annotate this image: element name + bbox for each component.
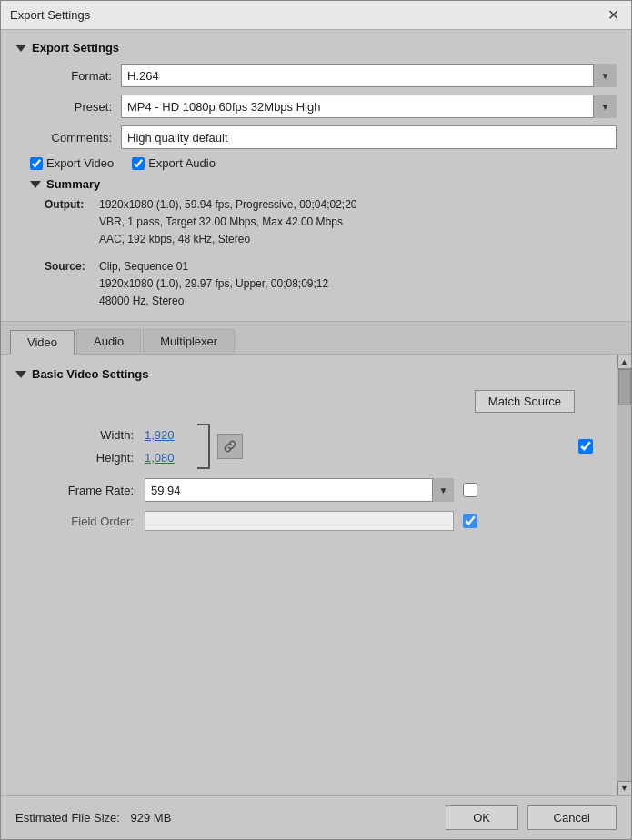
- collapse-triangle-icon[interactable]: [15, 45, 26, 52]
- source-line3: 48000 Hz, Stereo: [99, 293, 328, 310]
- scroll-thumb[interactable]: [618, 369, 631, 405]
- frame-rate-select-wrapper: 59.94 ▼: [145, 478, 454, 502]
- output-line2: VBR, 1 pass, Target 32.00 Mbps, Max 42.0…: [99, 214, 357, 231]
- tabs-bar: Video Audio Multiplexer: [1, 322, 631, 355]
- frame-rate-checkbox[interactable]: [463, 483, 477, 497]
- scrollbar: ▲ ▼: [617, 355, 631, 795]
- export-settings-header: Export Settings: [15, 41, 617, 55]
- file-size-value: 929 MB: [131, 811, 172, 825]
- source-values: Clip, Sequence 01 1920x1080 (1.0), 29.97…: [99, 258, 328, 311]
- preset-row: Preset: MP4 - HD 1080p 60fps 32Mbps High: [30, 95, 617, 118]
- export-audio-label: Export Audio: [148, 156, 216, 170]
- chain-icon: [223, 439, 237, 454]
- output-line1: 1920x1080 (1.0), 59.94 fps, Progressive,…: [99, 196, 357, 214]
- preset-select[interactable]: MP4 - HD 1080p 60fps 32Mbps High: [121, 95, 617, 118]
- width-height-fields: Width: 1,920 Height: 1,080: [34, 428, 190, 465]
- summary-collapse-icon[interactable]: [30, 181, 41, 188]
- ok-button[interactable]: OK: [446, 805, 518, 830]
- frame-rate-select[interactable]: 59.94: [145, 478, 454, 502]
- match-source-row: Match Source: [15, 390, 575, 413]
- summary-header: Summary: [30, 177, 617, 191]
- export-video-checkbox-item[interactable]: Export Video: [30, 156, 114, 170]
- field-order-label: Field Order:: [34, 515, 134, 528]
- title-bar: Export Settings ✕: [1, 1, 631, 30]
- basic-video-collapse-icon[interactable]: [15, 371, 26, 378]
- export-video-label: Export Video: [46, 156, 114, 170]
- comments-label: Comments:: [30, 131, 112, 145]
- tab-content-area: Basic Video Settings Match Source Width:…: [1, 355, 631, 795]
- scroll-up-button[interactable]: ▲: [617, 355, 632, 369]
- format-select-wrapper: H.264: [121, 64, 617, 87]
- bracket-bottom: [197, 446, 210, 469]
- tab-audio[interactable]: Audio: [76, 329, 141, 354]
- match-source-button[interactable]: Match Source: [475, 390, 575, 413]
- format-select[interactable]: H.264: [121, 64, 617, 87]
- preset-label: Preset:: [30, 100, 112, 114]
- close-button[interactable]: ✕: [604, 6, 622, 25]
- tab-multiplexer[interactable]: Multiplexer: [143, 329, 235, 354]
- export-audio-checkbox[interactable]: [132, 157, 145, 170]
- width-label: Width:: [34, 428, 134, 442]
- cancel-button[interactable]: Cancel: [527, 805, 617, 830]
- export-settings-dialog: Export Settings ✕ Export Settings Format…: [0, 0, 632, 840]
- field-order-checkbox[interactable]: [463, 514, 477, 528]
- format-label: Format:: [30, 69, 112, 83]
- preset-select-wrapper: MP4 - HD 1080p 60fps 32Mbps High: [121, 95, 617, 118]
- file-size-info: Estimated File Size: 929 MB: [15, 811, 171, 825]
- tab-body: Basic Video Settings Match Source Width:…: [1, 355, 617, 795]
- summary-title: Summary: [46, 177, 100, 191]
- output-values: 1920x1080 (1.0), 59.94 fps, Progressive,…: [99, 196, 357, 249]
- dialog-title: Export Settings: [10, 8, 90, 22]
- top-panel: Export Settings Format: H.264 Preset: MP…: [1, 30, 631, 322]
- bottom-bar: Estimated File Size: 929 MB OK Cancel: [1, 795, 631, 839]
- frame-rate-row: Frame Rate: 59.94 ▼: [34, 478, 602, 502]
- comments-input[interactable]: [121, 125, 617, 149]
- link-bracket: [197, 424, 210, 469]
- output-line3: AAC, 192 kbps, 48 kHz, Stereo: [99, 231, 357, 248]
- summary-section: Summary Output: 1920x1080 (1.0), 59.94 f…: [30, 177, 617, 310]
- height-label: Height:: [34, 451, 134, 465]
- width-value[interactable]: 1,920: [145, 428, 190, 442]
- bracket-top: [197, 424, 210, 446]
- height-row: Height: 1,080: [34, 451, 190, 465]
- field-order-input[interactable]: [145, 511, 454, 531]
- scroll-track: [617, 369, 631, 781]
- basic-video-section: Basic Video Settings Match Source Width:…: [15, 367, 602, 531]
- width-height-checkbox[interactable]: [578, 439, 593, 454]
- source-label: Source:: [45, 258, 99, 311]
- summary-content: Output: 1920x1080 (1.0), 59.94 fps, Prog…: [45, 196, 617, 310]
- source-line1: Clip, Sequence 01: [99, 258, 328, 275]
- height-value[interactable]: 1,080: [145, 451, 190, 465]
- file-size-label: Estimated File Size:: [15, 811, 120, 825]
- frame-rate-label: Frame Rate:: [34, 484, 134, 497]
- export-checkboxes: Export Video Export Audio: [30, 156, 617, 170]
- width-row: Width: 1,920: [34, 428, 190, 442]
- basic-video-header: Basic Video Settings: [15, 367, 602, 381]
- link-icon[interactable]: [217, 434, 243, 459]
- width-height-group: Width: 1,920 Height: 1,080: [34, 424, 602, 469]
- export-settings-title: Export Settings: [32, 41, 119, 55]
- source-line2: 1920x1080 (1.0), 29.97 fps, Upper, 00;08…: [99, 275, 328, 293]
- output-label: Output:: [45, 196, 99, 249]
- source-summary-row: Source: Clip, Sequence 01 1920x1080 (1.0…: [45, 258, 617, 311]
- field-order-row: Field Order:: [34, 511, 602, 531]
- output-summary-row: Output: 1920x1080 (1.0), 59.94 fps, Prog…: [45, 196, 617, 249]
- main-content: Export Settings Format: H.264 Preset: MP…: [1, 30, 631, 839]
- comments-row: Comments:: [30, 125, 617, 149]
- bottom-buttons: OK Cancel: [446, 805, 617, 830]
- export-video-checkbox[interactable]: [30, 157, 43, 170]
- tab-video[interactable]: Video: [10, 330, 75, 355]
- basic-video-title: Basic Video Settings: [32, 367, 148, 381]
- format-row: Format: H.264: [30, 64, 617, 87]
- scroll-down-button[interactable]: ▼: [617, 781, 632, 795]
- export-audio-checkbox-item[interactable]: Export Audio: [132, 156, 216, 170]
